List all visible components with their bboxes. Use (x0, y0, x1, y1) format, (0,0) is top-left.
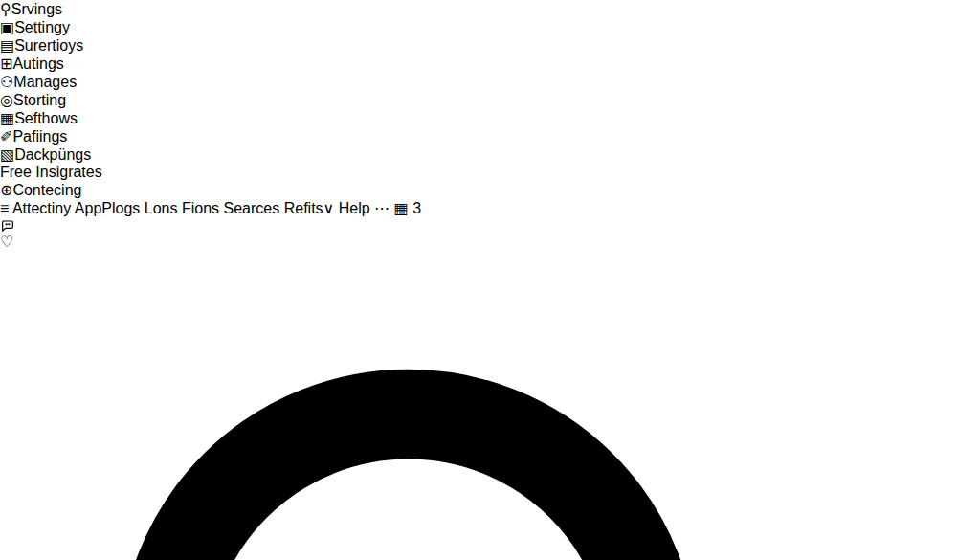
sidebar-item-label: Settingy (14, 19, 70, 35)
sidebar-item-settingy[interactable]: ▣Settingy (0, 18, 980, 36)
plus-circle-icon: ⊕ (0, 182, 12, 198)
pencil-icon: ✐ (0, 128, 12, 145)
sidebar-item-dackpungs[interactable]: ▧Dackpüngs (0, 146, 980, 164)
nav-item-fions[interactable]: Fions (182, 200, 219, 216)
sidebar-item-label: Dackpüngs (14, 146, 91, 163)
clipboard-icon: ▣ (0, 19, 14, 35)
apps-grid-icon[interactable]: ▦ (394, 200, 409, 216)
nav-item-searces[interactable]: Searces (224, 200, 280, 216)
sidebar-item-label: Autings (12, 56, 63, 72)
sidebar-item-sefthows[interactable]: ▦Sefthows (0, 109, 980, 127)
toolbar: Patage Hoolls Tine None Seury Hosd Abul … (0, 251, 980, 560)
sidebar-item-pafiings[interactable]: ✐Pafiings (0, 127, 980, 146)
nav-item-help[interactable]: Help (339, 200, 370, 216)
chat-icon[interactable] (0, 217, 980, 233)
sidebar-item-label: Storting (13, 92, 66, 108)
document-icon: ▧ (0, 146, 14, 163)
app-title: Attectiny AppPlogs (12, 200, 140, 216)
hamburger-menu-icon[interactable]: ≡ (0, 200, 9, 216)
user-icon: ⚇ (0, 74, 13, 90)
sidebar: ⚲Srvings ▣Settingy ▤Surertioys ⊞Autings … (0, 0, 980, 199)
nav-item-lons[interactable]: Lons (145, 200, 178, 216)
sidebar-item-label: Srvings (11, 1, 62, 17)
heart-icon[interactable]: ♡ (0, 234, 13, 250)
sidebar-item-storting[interactable]: ◎Storting (0, 91, 980, 109)
cart-icon: ▤ (0, 37, 14, 54)
person-icon: ⚲ (0, 1, 11, 17)
sidebar-item-label: Contecing (12, 182, 81, 198)
sidebar-item-label: Pafiings (12, 128, 67, 145)
sidebar-item-manages[interactable]: ⚇Manages (0, 73, 980, 91)
sidebar-item-surertioys[interactable]: ▤Surertioys (0, 36, 980, 55)
table-icon: ▦ (0, 110, 14, 126)
chevron-down-icon: ∨ (323, 200, 335, 216)
card-icon: ⊞ (0, 56, 12, 72)
sidebar-item-label: Sefthows (14, 110, 78, 126)
sidebar-item-srvings[interactable]: ⚲Srvings (0, 0, 980, 18)
nav-item-refits[interactable]: Refits∨ (284, 200, 335, 216)
sidebar-item-label: Manages (13, 74, 77, 90)
sidebar-item-contecing[interactable]: ⊕Contecing (0, 181, 980, 199)
top-navbar: ≡ Attectiny AppPlogs Lons Fions Searces … (0, 199, 980, 251)
sidebar-item-autings[interactable]: ⊞Autings (0, 55, 980, 73)
sidebar-item-label: Surertioys (14, 37, 83, 54)
notification-badge: 3 (412, 200, 421, 216)
sidebar-free-text: Free Insigrates (0, 164, 980, 181)
more-options-icon[interactable]: ⋯ (374, 200, 390, 216)
gear-icon: ◎ (0, 92, 13, 108)
